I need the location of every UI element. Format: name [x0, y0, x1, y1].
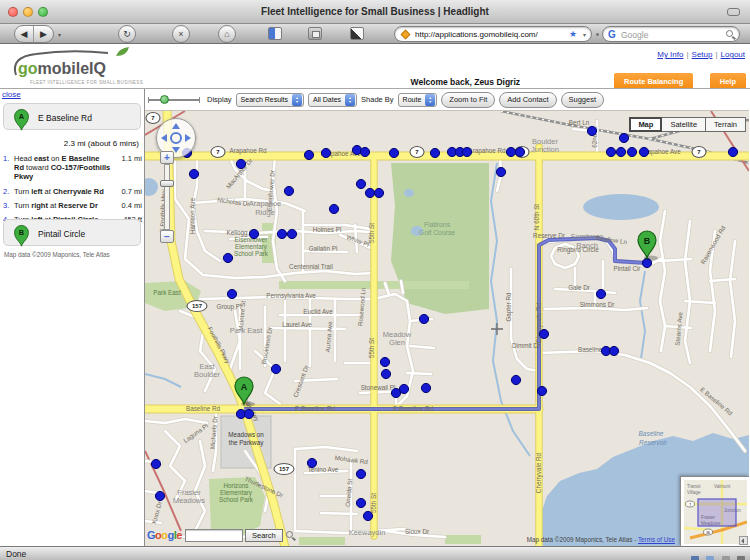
- status-icon-sync[interactable]: [691, 556, 699, 560]
- bookmark-star-icon[interactable]: ★: [569, 29, 577, 39]
- map-marker-b[interactable]: B: [638, 231, 658, 261]
- vehicle-dot[interactable]: [539, 329, 548, 338]
- map-type-terrain[interactable]: Terrain: [706, 117, 746, 132]
- vehicle-dot[interactable]: [356, 179, 365, 188]
- vehicle-dot[interactable]: [223, 253, 232, 262]
- vehicle-dot[interactable]: [506, 147, 515, 156]
- vehicle-dot[interactable]: [596, 289, 605, 298]
- vehicle-dot[interactable]: [609, 346, 618, 355]
- vehicle-dot[interactable]: [616, 147, 625, 156]
- suggest-button[interactable]: Suggest: [561, 92, 605, 108]
- forward-button[interactable]: ▶: [34, 26, 53, 42]
- vehicle-dot[interactable]: [227, 289, 236, 298]
- search-magnifier-icon[interactable]: [726, 30, 733, 37]
- vehicle-dot[interactable]: [606, 147, 615, 156]
- vehicle-dot[interactable]: [537, 386, 546, 395]
- vehicle-dot[interactable]: [155, 491, 164, 500]
- vehicle-dot[interactable]: [244, 409, 253, 418]
- vehicle-dot[interactable]: [151, 459, 160, 468]
- vehicle-dot[interactable]: [515, 147, 524, 156]
- map-search-magnifier-icon[interactable]: [285, 529, 297, 542]
- vehicle-dot[interactable]: [287, 229, 296, 238]
- vehicle-dot[interactable]: [381, 369, 390, 378]
- overview-minimap[interactable]: TransitVillageValmontJunctionFrasierMead…: [680, 476, 749, 546]
- add-contact-button[interactable]: Add Contact: [499, 92, 556, 108]
- history-dropdown-icon[interactable]: ▾: [58, 31, 61, 38]
- vehicle-dot[interactable]: [304, 150, 313, 159]
- vehicle-dot[interactable]: [236, 159, 245, 168]
- toolbar-toggle-icon[interactable]: [727, 8, 740, 16]
- search-placeholder[interactable]: Google: [621, 30, 648, 40]
- stop-button[interactable]: ×: [172, 25, 190, 43]
- reload-button[interactable]: ↻: [118, 25, 136, 43]
- vehicle-dot[interactable]: [496, 167, 505, 176]
- shade-by-select[interactable]: Route▴▾: [398, 93, 438, 107]
- direction-step[interactable]: 2.Turn left at Cherryvale Rd0.7 mi: [3, 184, 142, 198]
- map-type-satellite[interactable]: Satellite: [662, 117, 706, 132]
- url-text[interactable]: http://applications.gomobileiq.com/: [415, 30, 538, 39]
- vehicle-dot[interactable]: [321, 148, 330, 157]
- dates-select[interactable]: All Dates▴▾: [308, 93, 357, 107]
- vehicle-dot[interactable]: [356, 469, 365, 478]
- vehicle-dot[interactable]: [462, 147, 471, 156]
- close-directions-link[interactable]: close: [2, 90, 21, 99]
- map-canvas[interactable]: Arapahoe RdArapahoe AveArapahoe RdArapah…: [145, 110, 749, 546]
- pan-north-icon[interactable]: [172, 123, 180, 129]
- zoom-slider[interactable]: [148, 99, 200, 101]
- downloads-icon[interactable]: [308, 27, 322, 40]
- vehicle-dot[interactable]: [419, 314, 428, 323]
- vehicle-dot[interactable]: [619, 133, 628, 142]
- vehicle-dot[interactable]: [587, 126, 596, 135]
- vehicle-dot[interactable]: [380, 357, 389, 366]
- zoom-to-fit-button[interactable]: Zoom to Fit: [441, 92, 495, 108]
- vehicle-dot[interactable]: [271, 364, 280, 373]
- zoom-out-button[interactable]: −: [160, 230, 174, 243]
- back-button[interactable]: ◀: [15, 26, 34, 42]
- pan-center-icon[interactable]: [170, 132, 182, 144]
- vehicle-dot[interactable]: [374, 188, 383, 197]
- direction-step[interactable]: 3.Turn right at Reserve Dr0.4 mi: [3, 199, 142, 213]
- pan-east-icon[interactable]: [185, 134, 191, 142]
- vehicle-dot[interactable]: [391, 388, 400, 397]
- sidebar-panel-icon[interactable]: [268, 27, 282, 40]
- home-button[interactable]: ⌂: [218, 25, 236, 43]
- vehicle-dot[interactable]: [329, 204, 338, 213]
- zoom-track[interactable]: [164, 164, 170, 230]
- status-icon-bookmark[interactable]: [706, 556, 714, 560]
- status-icon-security[interactable]: [722, 556, 730, 560]
- url-bar[interactable]: http://applications.gomobileiq.com/ ★ ▾: [394, 26, 592, 42]
- vehicle-dot[interactable]: [389, 148, 398, 157]
- search-bar[interactable]: G Google: [602, 26, 740, 42]
- minimap-viewport[interactable]: [698, 499, 736, 526]
- vehicle-dot[interactable]: [627, 147, 636, 156]
- vehicle-dot[interactable]: [365, 188, 374, 197]
- vehicle-dot[interactable]: [284, 186, 293, 195]
- terms-of-use-link[interactable]: Terms of Use: [638, 536, 675, 543]
- display-select[interactable]: Search Results▴▾: [236, 93, 304, 107]
- direction-step[interactable]: 1.Head east on E Baseline Rd toward CO-1…: [3, 151, 142, 184]
- setup-link[interactable]: Setup: [692, 50, 713, 59]
- vehicle-dot[interactable]: [363, 511, 372, 520]
- vehicle-dot[interactable]: [728, 147, 737, 156]
- zoom-thumb[interactable]: [160, 180, 174, 187]
- vehicle-dot[interactable]: [307, 458, 316, 467]
- tabs-icon[interactable]: [350, 27, 364, 40]
- vehicle-dot[interactable]: [430, 148, 439, 157]
- map-search-input[interactable]: [185, 529, 243, 542]
- vehicle-dot[interactable]: [421, 383, 430, 392]
- bookmark-dropdown-icon[interactable]: ▾: [583, 31, 586, 38]
- map-type-map[interactable]: Map: [629, 117, 662, 132]
- vehicle-dot[interactable]: [356, 498, 365, 507]
- vehicle-dot[interactable]: [277, 229, 286, 238]
- vehicle-dot[interactable]: [189, 169, 198, 178]
- vehicle-dot[interactable]: [639, 147, 648, 156]
- pan-west-icon[interactable]: [161, 134, 167, 142]
- vehicle-dot[interactable]: [360, 147, 369, 156]
- my-info-link[interactable]: My Info: [657, 50, 683, 59]
- vehicle-dot[interactable]: [249, 229, 258, 238]
- logout-link[interactable]: Logout: [721, 50, 745, 59]
- zoom-slider-thumb[interactable]: [160, 95, 169, 104]
- zoom-in-button[interactable]: +: [160, 151, 174, 164]
- map-search-button[interactable]: Search: [245, 529, 283, 542]
- minimap-collapse-icon[interactable]: [739, 536, 748, 545]
